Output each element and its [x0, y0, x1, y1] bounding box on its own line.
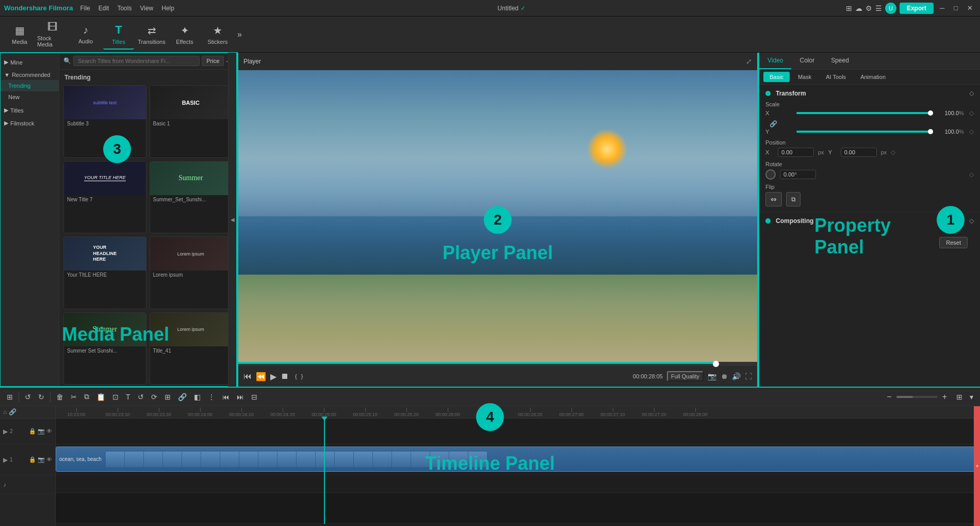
timeline-prev-frame[interactable]: ⏮: [220, 391, 232, 403]
flip-copy-button[interactable]: ⧉: [786, 192, 801, 206]
prop-subtab-animation[interactable]: Animation: [854, 72, 892, 82]
prop-subtab-basic[interactable]: Basic: [763, 72, 790, 82]
flip-horizontal-button[interactable]: ⇔: [765, 192, 782, 206]
timeline-split-button[interactable]: ⋮: [205, 391, 218, 403]
compositing-diamond[interactable]: ◇: [969, 217, 974, 225]
title-card-basic1[interactable]: BASIC Basic 1: [150, 85, 233, 158]
rotate-input[interactable]: [780, 170, 816, 179]
title-card-headline[interactable]: YOURHEADLINEHERE Your TItLE HERE: [63, 236, 146, 309]
timeline-snap-button[interactable]: ⊞: [162, 391, 173, 403]
timeline-undo-button[interactable]: ↺: [22, 391, 34, 403]
menu-file[interactable]: File: [77, 4, 93, 13]
scale-y-slider[interactable]: [796, 131, 933, 133]
search-input[interactable]: [73, 56, 200, 66]
menu-view[interactable]: View: [137, 4, 156, 13]
title-card-lorem1[interactable]: Lorem ipsum Lorem ipsum: [150, 236, 233, 309]
sidebar-header-titles[interactable]: ▶ Titles: [0, 105, 59, 116]
fullscreen-icon[interactable]: ⛶: [745, 372, 752, 380]
timeline-group-button[interactable]: ⊟: [249, 391, 260, 403]
timeline-copy-button[interactable]: ⧉: [81, 391, 92, 403]
track-1-eye[interactable]: 👁: [46, 456, 52, 463]
compositing-section[interactable]: Compositing ◇: [759, 212, 980, 230]
timeline-add-button[interactable]: ⊞: [4, 391, 15, 403]
pos-x-input[interactable]: [778, 148, 814, 157]
scale-y-diamond[interactable]: ◇: [969, 128, 974, 135]
title-card-subtitle3[interactable]: subtitle text Subtitle 3: [63, 85, 146, 158]
sidebar-header-filmstock[interactable]: ▶ Filmstock: [0, 118, 59, 129]
timeline-playhead[interactable]: [324, 419, 325, 524]
menu-icon[interactable]: ☰: [875, 4, 882, 12]
timeline-paste-button[interactable]: 📋: [94, 391, 108, 403]
menu-tools[interactable]: Tools: [114, 4, 135, 13]
sidebar-header-mine[interactable]: ▶ Mine: [0, 57, 59, 68]
track-2-camera[interactable]: 📷: [38, 428, 45, 435]
reset-button[interactable]: Reset: [939, 237, 968, 248]
transform-header[interactable]: Transform ◇: [765, 90, 974, 97]
zoom-slider[interactable]: [896, 396, 938, 398]
timeline-fill-button[interactable]: ◧: [191, 391, 203, 403]
title-card-title41[interactable]: Lorem ipsum Title_41: [150, 312, 233, 385]
scale-x-diamond[interactable]: ◇: [969, 109, 974, 117]
prop-subtab-aitools[interactable]: AI Tools: [820, 72, 852, 82]
track-2-lock[interactable]: 🔒: [29, 428, 36, 435]
tool-transitions[interactable]: ⇄ Transitions: [136, 20, 167, 50]
prop-tab-color[interactable]: Color: [791, 53, 823, 69]
tool-effects[interactable]: ✦ Effects: [169, 20, 200, 50]
close-button[interactable]: ✕: [964, 3, 976, 13]
tool-stock-media[interactable]: 🎞 Stock Media: [37, 20, 68, 50]
screenshot-icon[interactable]: 📷: [708, 372, 716, 380]
maximize-button[interactable]: □: [951, 3, 961, 13]
prop-subtab-mask[interactable]: Mask: [792, 72, 818, 82]
quality-button[interactable]: Full Quality: [667, 371, 704, 381]
sidebar-header-recommended[interactable]: ▼ Recommended: [0, 70, 59, 80]
sidebar-item-new[interactable]: New: [0, 91, 59, 103]
add-track-button[interactable]: +: [974, 406, 980, 526]
rotate-diamond[interactable]: ◇: [969, 171, 974, 178]
menu-help[interactable]: Help: [158, 4, 177, 13]
timeline-loop-button[interactable]: ⟳: [149, 391, 160, 403]
timeline-link-button[interactable]: 🔗: [175, 391, 189, 403]
timeline-rotate-button[interactable]: ↺: [135, 391, 146, 403]
minimize-button[interactable]: ─: [937, 3, 948, 13]
menu-edit[interactable]: Edit: [95, 4, 112, 13]
toolbar-expand-button[interactable]: »: [237, 30, 242, 39]
timeline-cut-button[interactable]: ✂: [68, 391, 79, 403]
scale-x-slider[interactable]: [796, 112, 933, 114]
timeline-more-button[interactable]: ▾: [967, 391, 976, 403]
timeline-delete-button[interactable]: 🗑: [54, 391, 66, 403]
timeline-link-icon-2[interactable]: 🔗: [9, 408, 17, 416]
pos-y-input[interactable]: [841, 148, 877, 157]
price-filter-button[interactable]: Price: [202, 56, 224, 66]
player-scrubber[interactable]: [238, 362, 757, 366]
play-button[interactable]: ▶: [270, 372, 276, 381]
title-card-summerset[interactable]: Summer Summer_Set_Sunshi...: [150, 161, 233, 234]
zoom-in-button[interactable]: +: [940, 391, 950, 403]
prop-tab-video[interactable]: Video: [759, 53, 791, 69]
timeline-next-frame[interactable]: ⏭: [234, 391, 247, 403]
timeline-grid-button[interactable]: ⊞: [954, 391, 965, 403]
cloud-icon[interactable]: ☁: [855, 4, 862, 12]
skip-back-button[interactable]: ⏮: [243, 372, 252, 381]
tool-media[interactable]: ▦ Media: [4, 20, 35, 50]
stop-button[interactable]: ⏹: [281, 372, 289, 381]
timeline-crop-button[interactable]: ⊡: [110, 391, 121, 403]
title-card-newtitle7[interactable]: YOUR TITLE HERE New Title 7: [63, 161, 146, 234]
scrubber-handle[interactable]: [713, 361, 719, 367]
record-icon[interactable]: ⏺: [721, 372, 728, 380]
zoom-out-button[interactable]: −: [884, 391, 894, 403]
sidebar-item-trending[interactable]: Trending: [0, 80, 59, 91]
track-1-camera[interactable]: 📷: [38, 456, 45, 463]
tool-titles[interactable]: T Titles: [103, 20, 134, 50]
rotate-circle[interactable]: [765, 169, 776, 180]
layout-icon[interactable]: ⊞: [846, 4, 852, 12]
prop-tab-speed[interactable]: Speed: [823, 53, 857, 69]
player-expand-icon[interactable]: ⤢: [746, 57, 752, 66]
export-button[interactable]: Export: [900, 3, 934, 14]
timeline-text-button[interactable]: T: [123, 391, 133, 403]
tool-audio[interactable]: ♪ Audio: [70, 20, 101, 50]
settings-icon[interactable]: ⚙: [865, 4, 872, 12]
tool-stickers[interactable]: ★ Stickers: [202, 20, 233, 50]
track-1-lock[interactable]: 🔒: [29, 456, 36, 463]
position-diamond[interactable]: ◇: [891, 149, 895, 156]
video-clip-ocean[interactable]: ocean, sea, beach: [56, 447, 978, 472]
